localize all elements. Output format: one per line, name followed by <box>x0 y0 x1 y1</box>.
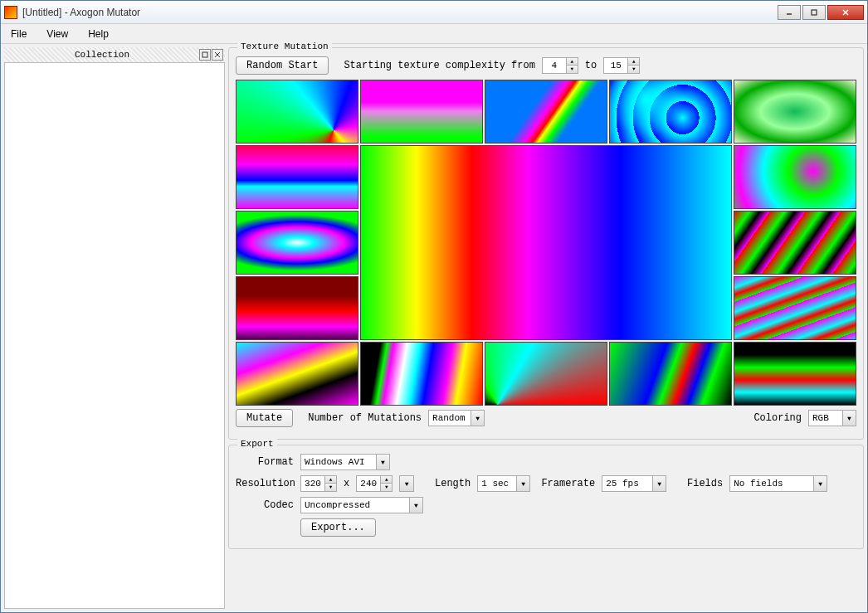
res-height-spinner[interactable]: ▲▼ <box>356 475 393 492</box>
titlebar: [Untitled] - Axogon Mutator <box>1 1 867 24</box>
framerate-value[interactable] <box>602 479 652 489</box>
export-button[interactable]: Export... <box>300 518 376 537</box>
spin-up-icon[interactable]: ▲ <box>627 58 639 66</box>
panel-float-button[interactable] <box>199 49 211 61</box>
complexity-to-input[interactable] <box>604 61 627 71</box>
resolution-label: Resolution <box>236 478 294 489</box>
minimize-button[interactable] <box>778 5 801 20</box>
texture-thumb[interactable] <box>734 80 856 144</box>
length-combo[interactable]: ▼ <box>477 475 530 492</box>
maximize-button[interactable] <box>802 5 826 20</box>
texture-thumb[interactable] <box>734 211 856 275</box>
codec-combo[interactable]: ▼ <box>300 497 423 513</box>
export-title: Export <box>237 439 277 449</box>
texture-thumb[interactable] <box>236 145 358 209</box>
collection-list[interactable] <box>4 62 225 609</box>
spin-up-icon[interactable]: ▲ <box>324 476 336 484</box>
spin-up-icon[interactable]: ▲ <box>566 58 578 66</box>
texture-mutation-group: Texture Mutation Random Start Starting t… <box>228 47 864 440</box>
thumbnail-grid <box>236 80 856 406</box>
texture-thumb[interactable] <box>485 342 607 406</box>
coloring-label: Coloring <box>753 412 802 424</box>
texture-thumb[interactable] <box>734 342 856 406</box>
texture-center-preview[interactable] <box>360 145 732 340</box>
window-title: [Untitled] - Axogon Mutator <box>22 7 778 18</box>
format-value[interactable] <box>301 457 376 467</box>
num-mutations-label: Number of Mutations <box>308 412 422 424</box>
chevron-down-icon[interactable]: ▼ <box>813 476 827 491</box>
mutate-button[interactable]: Mutate <box>236 409 293 427</box>
texture-thumb[interactable] <box>360 342 483 406</box>
collection-title: Collection <box>6 50 198 60</box>
menu-view[interactable]: View <box>43 27 71 41</box>
complexity-to-label: to <box>585 60 597 71</box>
texture-thumb[interactable] <box>734 145 856 209</box>
complexity-from-input[interactable] <box>543 61 566 71</box>
coloring-value[interactable] <box>809 413 842 423</box>
fields-value[interactable] <box>730 479 813 489</box>
res-x-label: x <box>344 478 349 489</box>
length-label: Length <box>421 478 471 489</box>
chevron-down-icon[interactable]: ▼ <box>376 455 389 469</box>
texture-mutation-title: Texture Mutation <box>237 41 332 51</box>
length-value[interactable] <box>478 479 516 489</box>
texture-thumb[interactable] <box>609 80 732 144</box>
random-start-button[interactable]: Random Start <box>236 56 329 75</box>
res-preset-combo[interactable]: ▼ <box>399 475 414 492</box>
collection-header[interactable]: Collection <box>4 47 225 62</box>
texture-thumb[interactable] <box>236 211 358 275</box>
svg-rect-1 <box>812 10 817 15</box>
spin-down-icon[interactable]: ▼ <box>627 66 639 73</box>
spin-up-icon[interactable]: ▲ <box>380 476 392 484</box>
framerate-label: Framerate <box>537 478 595 489</box>
num-mutations-combo[interactable]: ▼ <box>428 410 485 426</box>
main: Texture Mutation Random Start Starting t… <box>228 47 864 609</box>
codec-value[interactable] <box>301 500 409 510</box>
menu-file[interactable]: File <box>7 27 30 41</box>
chevron-down-icon[interactable]: ▼ <box>842 411 856 426</box>
codec-label: Codec <box>236 499 294 511</box>
spin-down-icon[interactable]: ▼ <box>324 484 336 491</box>
num-mutations-value[interactable] <box>429 413 471 423</box>
res-width-input[interactable] <box>301 479 324 489</box>
chevron-down-icon[interactable]: ▼ <box>652 476 666 491</box>
texture-thumb[interactable] <box>360 80 483 144</box>
texture-thumb[interactable] <box>236 276 358 340</box>
app-window: [Untitled] - Axogon Mutator File View He… <box>0 0 868 613</box>
menubar: File View Help <box>1 24 867 44</box>
app-icon <box>4 6 17 19</box>
texture-thumb[interactable] <box>236 80 358 144</box>
complexity-from-spinner[interactable]: ▲▼ <box>542 57 578 74</box>
spin-down-icon[interactable]: ▼ <box>566 66 578 73</box>
texture-thumb[interactable] <box>236 342 358 406</box>
format-combo[interactable]: ▼ <box>300 454 390 470</box>
chevron-down-icon[interactable]: ▼ <box>400 476 413 491</box>
window-buttons <box>778 5 864 20</box>
texture-thumb[interactable] <box>609 342 732 406</box>
coloring-combo[interactable]: ▼ <box>808 410 856 426</box>
res-width-spinner[interactable]: ▲▼ <box>300 475 337 492</box>
fields-label: Fields <box>673 478 723 489</box>
sidebar: Collection <box>4 47 225 609</box>
complexity-to-spinner[interactable]: ▲▼ <box>603 57 640 74</box>
panel-close-button[interactable] <box>212 49 223 61</box>
complexity-label: Starting texture complexity from <box>344 60 534 71</box>
svg-rect-4 <box>202 52 207 57</box>
close-button[interactable] <box>827 5 864 20</box>
menu-help[interactable]: Help <box>85 27 112 41</box>
chevron-down-icon[interactable]: ▼ <box>409 498 422 513</box>
framerate-combo[interactable]: ▼ <box>602 475 666 492</box>
res-height-input[interactable] <box>357 479 380 489</box>
chevron-down-icon[interactable]: ▼ <box>471 411 484 426</box>
chevron-down-icon[interactable]: ▼ <box>516 476 529 491</box>
spin-down-icon[interactable]: ▼ <box>380 484 392 491</box>
fields-combo[interactable]: ▼ <box>729 475 827 492</box>
texture-thumb[interactable] <box>734 276 856 340</box>
export-group: Export Format ▼ Resolution ▲▼ x <box>228 445 864 549</box>
texture-thumb[interactable] <box>485 80 607 144</box>
body: Collection Texture Mutation Random Start… <box>1 44 867 612</box>
format-label: Format <box>236 456 294 468</box>
